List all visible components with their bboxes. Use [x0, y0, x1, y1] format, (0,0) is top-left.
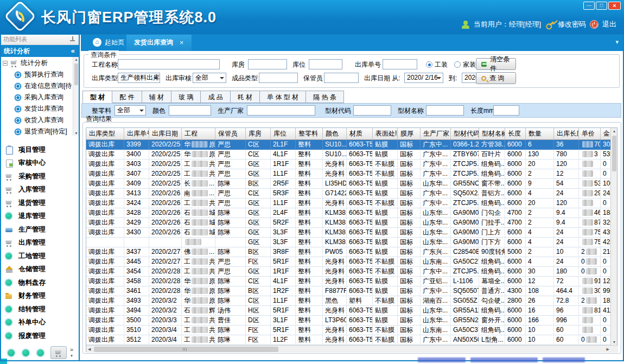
table-row[interactable]: 调拨出库34282020/2/26石城陈琳G区2L4F整料KLM38176063… — [86, 208, 612, 218]
table-row[interactable]: 调拨出库34932020/3/2华原...陈琳C区1L1F整料黑色塑料不贴膜国标… — [86, 296, 612, 306]
scroll-down-icon[interactable]: ▼ — [74, 131, 78, 135]
grid-horizontal-scrollbar[interactable]: ◀ ▶ — [86, 345, 618, 353]
column-header[interactable]: 库房 — [246, 128, 271, 140]
table-row[interactable]: 调拨出库34542020/2/28工共工程严思G区1R1F整料光身料6063-T… — [86, 267, 612, 277]
table-row[interactable]: 调拨出库35122020/3/4工共工程陈琳F区1L2F整料光身料6063-T5… — [86, 335, 612, 345]
order-no-input[interactable] — [383, 59, 417, 69]
column-header[interactable]: 生产厂家 — [421, 128, 451, 140]
column-header[interactable]: 颜色 — [323, 128, 347, 140]
sidebar-item-项目管理[interactable]: 项目管理 — [0, 143, 79, 157]
location-input[interactable] — [309, 59, 342, 69]
column-header[interactable]: 型材名称 — [479, 128, 505, 140]
column-header[interactable]: 表面处理 — [373, 128, 398, 140]
column-header[interactable]: 出库单号 — [124, 128, 149, 140]
table-row[interactable]: 调拨出库34942020/3/2石辉城汤伟H区5R1F整料光身料6063-T5贴… — [86, 306, 612, 316]
tab-close-icon[interactable]: × — [180, 39, 184, 47]
tab-list-dropdown-icon[interactable]: ▾ — [615, 39, 619, 46]
sidebar-item-审核中心[interactable]: 审核中心 — [0, 157, 79, 170]
sidebar-item-结转管理[interactable]: 结转管理 — [0, 303, 79, 316]
clear-conditions-button[interactable]: 清空条件 — [476, 58, 516, 70]
audit-select[interactable]: 全部 — [193, 73, 226, 83]
radio-gongzhuang[interactable]: 工装 — [426, 59, 448, 70]
sidebar-item-财务管理[interactable]: 财务管理 — [0, 290, 79, 303]
scroll-down-icon[interactable]: ▼ — [613, 340, 616, 344]
grid-vertical-scrollbar[interactable]: ▲ ▼ — [610, 128, 617, 345]
table-row[interactable]: 调拨出库33992020/2/25华原...严思C区2L1F整料SU10...6… — [86, 140, 612, 150]
column-header[interactable]: 型材代码 — [451, 128, 479, 140]
color-input[interactable] — [169, 105, 211, 116]
table-row[interactable]: 调拨出库34132020/2/26南...严思C区5R3F整料G71422606… — [86, 189, 612, 199]
logout-link[interactable]: 退出 — [602, 20, 616, 29]
tree-item[interactable]: 发货出库查询 — [0, 103, 79, 114]
sidebar-item-工地管理[interactable]: 工地管理 — [0, 250, 79, 263]
menu-dot-icon[interactable] — [22, 349, 29, 356]
column-header[interactable]: 数量 — [526, 128, 554, 140]
keeper-input[interactable] — [324, 73, 359, 83]
sidebar-item-物料盘存[interactable]: 物料盘存 — [0, 276, 79, 290]
table-row[interactable]: 调拨出库34092020/2/25长...陈琳B区2R5F整料LI35HD606… — [86, 179, 612, 189]
column-header[interactable]: 库位 — [271, 128, 296, 140]
table-row[interactable]: 调拨出库34302020/2/26石城陈琳G区3L3F整料KLM38176063… — [86, 228, 612, 238]
material-tab[interactable]: 成 品 — [201, 91, 230, 103]
sidebar-item-出库管理[interactable]: 出库管理 — [0, 237, 79, 250]
sidebar-item-报废管理[interactable]: 报废管理 — [0, 329, 79, 343]
table-row[interactable]: 调拨出库34452020/2/27工共工程严思F区5R1F整料光身料6063-T… — [86, 257, 612, 267]
maximize-button[interactable]: □ — [596, 2, 607, 10]
tree-vertical-scrollbar[interactable]: ▲ ▼ — [73, 57, 79, 136]
tree-root[interactable]: 统计分析 — [0, 57, 79, 69]
tree-item[interactable]: 退货查询[待定] — [0, 126, 79, 136]
table-row[interactable]: 调拨出库34072020/2/25工共工程严思G区1L1F整料光身料6063-T… — [86, 169, 612, 179]
scroll-thumb[interactable] — [612, 136, 616, 171]
table-row[interactable]: 调拨出库34612020/2/28华原...陈琳B区1R2F整料F8877FT6… — [86, 286, 612, 296]
warehouse-input[interactable] — [248, 59, 287, 69]
material-tab[interactable]: 辅 材 — [142, 91, 171, 103]
date-from-select[interactable]: 2020/ 2/16 — [404, 73, 443, 83]
out-type-select[interactable]: 生产领料出库 — [118, 73, 160, 83]
sidebar-item-仓储管理[interactable]: 仓储管理 — [0, 263, 79, 277]
length-input[interactable] — [493, 105, 519, 116]
maker-input[interactable] — [247, 105, 315, 116]
search-button[interactable]: 查 询 — [476, 72, 516, 84]
sidebar-item-补单中心[interactable]: 补单中心 — [0, 316, 79, 330]
column-header[interactable]: 工程 — [182, 128, 215, 140]
table-row[interactable]: 调拨出库34002020/2/25华原...严思C区4L1F整料SU10...6… — [86, 150, 612, 159]
sidebar-item-生产管理[interactable]: 生产管理 — [0, 223, 79, 237]
material-tab[interactable]: 隔 热 条 — [306, 91, 344, 103]
profile-code-input[interactable] — [353, 105, 391, 116]
whole-part-select[interactable]: 全部 — [114, 105, 146, 116]
column-header[interactable]: 长度 — [505, 128, 526, 140]
material-tab[interactable]: 单 体 型 材 — [260, 91, 306, 103]
change-password-link[interactable]: 修改密码 — [558, 20, 586, 29]
table-row[interactable]: 调拨出库34582020/2/28华原...陈琳C区4L1F整料光身料6063-… — [86, 277, 612, 286]
tab-home[interactable]: ⌂ 起始页 — [87, 34, 130, 51]
collapse-icon[interactable]: « — [71, 45, 75, 57]
overflow-button[interactable]: » ▾ — [70, 347, 73, 359]
scroll-up-icon[interactable]: ▲ — [613, 129, 616, 133]
profile-name-input[interactable] — [426, 105, 464, 116]
scroll-thumb[interactable] — [94, 347, 278, 352]
close-button[interactable]: × — [608, 2, 621, 10]
column-header[interactable]: 材质 — [347, 128, 373, 140]
material-tab[interactable]: 配 件 — [112, 91, 142, 103]
tree-item[interactable]: 预算执行查询 — [0, 69, 79, 80]
tree-item[interactable]: 在途信息查询[待 — [0, 80, 79, 92]
material-tab[interactable]: 玻 璃 — [171, 91, 201, 103]
table-row[interactable]: 调拨出库34032020/2/25工共工程严思G区1R1F整料光身料6063-T… — [86, 159, 612, 169]
column-header[interactable]: 金额 — [601, 128, 612, 140]
table-row[interactable]: 调拨出库35002020/3/3工共工程曹佳D区3L1F整料LT3P606063… — [86, 316, 612, 325]
menu-dot-icon[interactable] — [37, 349, 44, 356]
column-header[interactable]: 单价 — [579, 128, 601, 140]
column-header[interactable]: 整零料 — [296, 128, 323, 140]
column-header[interactable]: 膜厚 — [398, 128, 421, 140]
scroll-right-icon[interactable]: ▶ — [607, 347, 609, 352]
tree-item[interactable]: 收货入库查询 — [0, 114, 79, 126]
cart-toolbar-button[interactable] — [50, 346, 67, 359]
radio-jiazhuang[interactable]: 家装 — [454, 59, 476, 70]
menu-dot-icon[interactable] — [8, 349, 15, 356]
table-row[interactable]: 调拨出库34292020/2/26石城陈琳G区5R2F整料KLM38176063… — [86, 218, 612, 228]
table-row[interactable]: 调拨出库34242020/2/26工共工程严思G区1L1F整料光身料6063-T… — [86, 199, 612, 208]
column-header[interactable]: 出库日期 — [149, 128, 182, 140]
column-header[interactable]: 出库长度 — [554, 128, 579, 140]
sidebar-item-退货管理[interactable]: 退货管理 — [0, 196, 79, 210]
table-row[interactable]: 调拨出库35102020/3/4工共工程陈琳F区5R1F整料光身料6063-T5… — [86, 325, 612, 335]
